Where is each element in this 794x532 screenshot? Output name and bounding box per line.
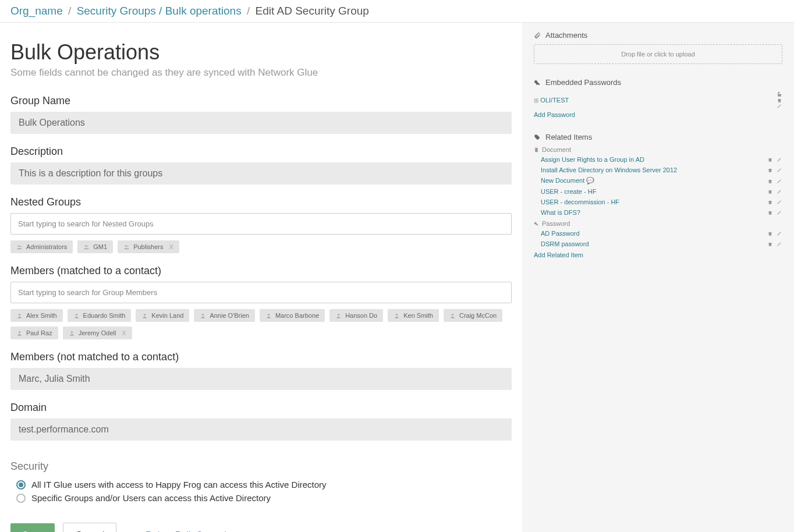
chip[interactable]: Kevin Land — [136, 309, 189, 322]
chip[interactable]: Hanson Do — [329, 309, 383, 322]
security-option-all[interactable]: All IT Glue users with access to Happy F… — [10, 480, 512, 490]
value-description: This is a description for this groups — [10, 162, 512, 185]
breadcrumb-security-groups[interactable]: Security Groups / Bulk operations — [77, 5, 242, 17]
chip[interactable]: Marco Barbone — [260, 309, 325, 322]
chip[interactable]: GM1 — [77, 240, 113, 253]
chip-label: Administrators — [26, 243, 67, 250]
add-related-link[interactable]: Add Related Item — [534, 251, 583, 258]
chip[interactable]: PublishersX — [118, 240, 179, 253]
trash-icon[interactable] — [777, 97, 782, 103]
group-icon — [16, 244, 23, 250]
person-icon — [141, 313, 148, 319]
key-icon — [534, 221, 539, 226]
label-description: Description — [10, 146, 512, 158]
chip-label: Ken Smith — [403, 312, 433, 319]
chip[interactable]: Eduardo Smith — [68, 309, 132, 322]
svg-point-9 — [202, 314, 204, 315]
password-link[interactable]: OLI/TEST — [540, 95, 569, 105]
unlock-icon[interactable] — [777, 91, 782, 97]
pencil-icon[interactable] — [777, 167, 782, 173]
radio-unchecked-icon — [16, 494, 26, 503]
related-link[interactable]: AD Password — [541, 229, 580, 238]
document-icon — [534, 147, 539, 152]
pencil-icon[interactable] — [777, 210, 782, 215]
related-section: Related Items Document Assign User Right… — [534, 133, 782, 259]
related-heading: Related Items — [534, 133, 782, 141]
chip[interactable]: Annie O'Brien — [194, 309, 255, 322]
passwords-heading: Embedded Passwords — [534, 78, 782, 87]
pencil-icon[interactable] — [777, 241, 782, 247]
chip[interactable]: Paul Raz — [10, 327, 58, 339]
svg-point-10 — [268, 314, 270, 315]
chip[interactable]: Alex Smith — [10, 309, 63, 322]
chip-label: Jeremy Odell — [79, 329, 116, 336]
label-domain: Domain — [10, 402, 512, 414]
related-item: Install Active Directory on Windows Serv… — [534, 165, 782, 175]
related-link[interactable]: Install Active Directory on Windows Serv… — [541, 165, 677, 175]
trash-icon[interactable] — [767, 241, 773, 247]
trash-icon[interactable] — [767, 230, 773, 236]
add-password-link[interactable]: Add Password — [534, 111, 575, 118]
security-option-specific[interactable]: Specific Groups and/or Users can access … — [10, 493, 512, 503]
attachments-dropzone[interactable]: Drop file or click to upload — [534, 44, 782, 64]
related-link[interactable]: Assign User Rights to a Group in AD — [541, 155, 644, 164]
chip[interactable]: Craig McCon — [444, 309, 502, 322]
trash-icon[interactable] — [767, 189, 773, 194]
person-icon — [449, 313, 456, 319]
related-link[interactable]: USER - create - HF — [541, 187, 596, 196]
pencil-icon[interactable] — [777, 103, 782, 109]
page-title: Bulk Operations — [10, 40, 512, 65]
pencil-icon[interactable] — [777, 230, 782, 236]
search-members[interactable]: Start typing to search for Group Members — [10, 282, 512, 303]
related-link[interactable]: USER - decommission - HF — [541, 197, 619, 207]
breadcrumb-sep: / — [247, 5, 250, 17]
svg-point-13 — [452, 314, 453, 315]
related-item: DSRM password — [534, 239, 782, 249]
save-button[interactable]: Save — [10, 523, 55, 532]
pencil-icon[interactable] — [777, 199, 782, 205]
chip-label: Publishers — [133, 243, 163, 250]
chip-label: Annie O'Brien — [210, 312, 249, 319]
trash-icon[interactable] — [767, 157, 773, 162]
pencil-icon[interactable] — [777, 157, 782, 162]
breadcrumb-org[interactable]: Org_name — [10, 5, 63, 17]
related-link[interactable]: DSRM password — [541, 239, 589, 249]
search-nested-groups[interactable]: Start typing to search for Nested Groups — [10, 213, 512, 235]
svg-point-5 — [127, 245, 128, 246]
chip-label: Hanson Do — [345, 312, 377, 319]
plus-square-icon[interactable]: ⊞ — [534, 97, 538, 104]
chip[interactable]: Administrators — [10, 240, 73, 253]
trash-icon[interactable] — [767, 210, 773, 215]
chip-label: Kevin Land — [151, 312, 183, 319]
label-members-matched: Members (matched to a contact) — [10, 265, 512, 277]
related-link[interactable]: New Document 💬 — [541, 176, 594, 186]
related-item: What is DFS? — [534, 207, 782, 218]
svg-point-0 — [18, 245, 20, 247]
tag-icon — [534, 134, 541, 141]
chip-remove-icon[interactable]: X — [169, 243, 173, 250]
svg-point-7 — [75, 314, 77, 315]
pencil-icon[interactable] — [777, 178, 782, 184]
trash-icon[interactable] — [767, 178, 773, 184]
svg-point-12 — [396, 314, 398, 315]
person-icon — [16, 313, 23, 319]
trash-icon[interactable] — [767, 199, 773, 205]
chip-remove-icon[interactable]: X — [122, 329, 126, 336]
pencil-icon[interactable] — [777, 189, 782, 194]
related-link[interactable]: What is DFS? — [541, 208, 580, 217]
chip[interactable]: Ken Smith — [388, 309, 439, 322]
svg-point-3 — [87, 245, 88, 246]
group-icon — [123, 244, 130, 250]
person-icon — [16, 330, 23, 336]
svg-point-1 — [20, 245, 21, 246]
svg-point-4 — [125, 245, 127, 247]
password-item: ⊞ OLI/TEST — [534, 91, 782, 109]
attachments-section: Attachments Drop file or click to upload — [534, 31, 782, 64]
passwords-section: Embedded Passwords ⊞ OLI/TEST Add Passwo… — [534, 78, 782, 119]
members-chips: Alex SmithEduardo SmithKevin LandAnnie O… — [10, 309, 512, 339]
cancel-button[interactable]: Cancel — [63, 523, 116, 532]
trash-icon[interactable] — [767, 167, 773, 173]
related-item: USER - create - HF — [534, 186, 782, 197]
label-nested-groups: Nested Groups — [10, 196, 512, 208]
chip[interactable]: Jeremy OdellX — [63, 327, 132, 339]
